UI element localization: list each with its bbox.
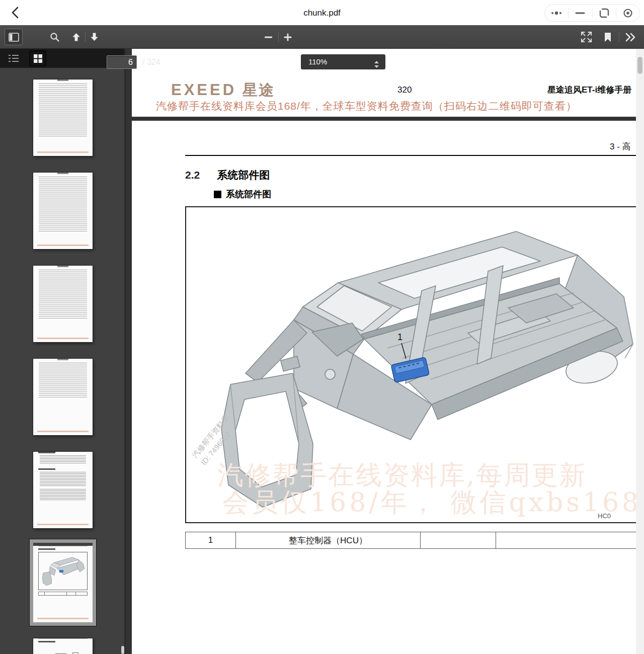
vertical-scrollbar[interactable] [636,49,644,654]
section-heading: 2.2系统部件图 [185,168,270,182]
thumb-heading-dash [38,548,55,550]
zoom-level-select[interactable]: 110% [301,54,385,69]
thumb-heading-dash [38,641,55,642]
thumb-header-rule [38,546,88,546]
thumb-text-lines [39,270,87,320]
document-viewport[interactable]: EXEED星途 320 星途追风ET-i维修手册 汽修帮手在线资料库会员168/… [127,49,636,654]
thumb-title-line [57,79,68,81]
thumbnail-page-1[interactable] [33,79,93,156]
table-cell-empty [496,532,636,548]
promo-watermark-line: 汽修帮手在线资料库会员168/年，全球车型资料免费查询（扫码右边二维码即可查看） [156,99,577,113]
system-components-figure: 1 汽修帮手资料库 ID: 7496002 汽修帮手在线资料库,每周更新 会员仅… [185,206,636,523]
thumb-car-image [39,552,87,590]
plus-icon [284,33,292,41]
more-tools-button[interactable] [622,29,638,45]
sidebar-icon [9,33,19,42]
thumb-table-row [38,592,88,596]
thumb-figure-box [38,552,88,590]
thumbnail-page-6[interactable] [33,546,93,622]
thumbnails-sidebar [0,49,126,654]
thumb-paragraph [40,489,86,500]
minimize-button[interactable] [569,5,592,21]
logo-cn-text: 星途 [243,81,275,98]
divider [85,32,86,42]
outline-view-button[interactable] [5,50,22,66]
page-count-label: / 324 [142,50,160,74]
scrollbar-thumb[interactable] [637,57,642,74]
thumbnail-page-7[interactable] [33,638,93,654]
divider [278,32,279,42]
thumb-text-lines [39,84,87,138]
subsection-title: 系统部件图 [226,188,271,200]
search-icon [50,32,59,42]
grid-icon [34,54,42,63]
center-watermark-line2: 会员仅168/年， 微信qxbs1688 [222,485,636,520]
sidebar-scrollbar-thumb[interactable] [121,646,124,654]
zoom-level-value: 110% [308,57,327,66]
thumbnail-selected-frame[interactable] [30,539,96,626]
thumb-paragraph [40,455,86,464]
divider [619,32,619,42]
thumbnail-page-5[interactable] [33,452,93,528]
pdf-page-6: 3 - 高 2.2系统部件图 系统部件图 [132,121,636,654]
more-options-button[interactable] [545,5,568,21]
document-outline-icon [9,54,19,63]
exeed-logo: EXEED星途 [171,80,275,101]
section-number: 2.2 [185,169,200,181]
page-number-input[interactable] [107,55,137,69]
thumb-footer-line [37,244,89,246]
fullscreen-icon [581,31,592,43]
restore-icon [598,7,610,19]
table-cell-empty [421,532,496,548]
manual-title: 星途追风ET-i维修手册 [547,84,631,96]
subsection-heading: 系统部件图 [214,188,271,200]
thumb-heading-dash [38,452,55,453]
thumbnails-view-button[interactable] [29,50,46,66]
bookmark-button[interactable] [600,29,615,45]
thumb-text-lines [39,363,87,399]
spinner-caret-icon [374,58,379,72]
thumb-footer-line [37,338,89,339]
callout-number: 1 [397,332,403,342]
table-cell-index: 1 [186,532,236,548]
figure-code: HC0 [598,512,611,520]
components-table: 1 整车控制器（HCU） [185,532,636,549]
window-titlebar: chunk.pdf [0,0,644,25]
thumb-title-line [57,266,68,267]
header-rule [185,155,636,156]
sidebar-toggle-button[interactable] [5,29,23,45]
thumbnail-page-2[interactable] [33,173,93,249]
bookmark-icon [604,32,612,42]
arrow-down-icon [90,32,99,42]
thumb-text-lines [39,177,87,233]
thumb-header-rule [38,638,88,639]
thumb-paragraph [40,472,86,487]
thumbnail-page-4[interactable] [33,359,93,435]
next-page-button[interactable] [87,29,102,45]
zoom-out-button[interactable] [261,29,276,45]
double-chevron-right-icon [625,33,636,42]
thumb-heading-dash [38,468,55,470]
arrow-up-icon [71,32,81,42]
target-button[interactable] [616,5,639,21]
zoom-in-button[interactable] [280,29,295,45]
minus-icon [265,36,272,38]
presentation-mode-button[interactable] [578,29,594,45]
chapter-header: 3 - 高 [610,141,631,152]
thumb-footer-line [37,431,89,432]
search-button[interactable] [46,29,62,45]
thumb-footer-line [37,524,89,525]
circle-dot-icon [622,7,634,19]
pdf-toolbar: / 324 110% [0,25,644,49]
window-controls-capsule [544,4,640,22]
previous-page-button[interactable] [68,29,84,45]
thumb-title-line [57,359,68,360]
page-number-320: 320 [397,85,412,95]
table-cell-name: 整车控制器（HCU） [236,532,421,548]
thumb-footer-line [37,618,89,619]
logo-exeed-text: EXEED [171,81,236,99]
section-title: 系统部件图 [217,169,270,181]
thumbnail-page-3[interactable] [33,266,93,342]
thumbnail-list [0,68,126,654]
restore-button[interactable] [593,5,616,21]
